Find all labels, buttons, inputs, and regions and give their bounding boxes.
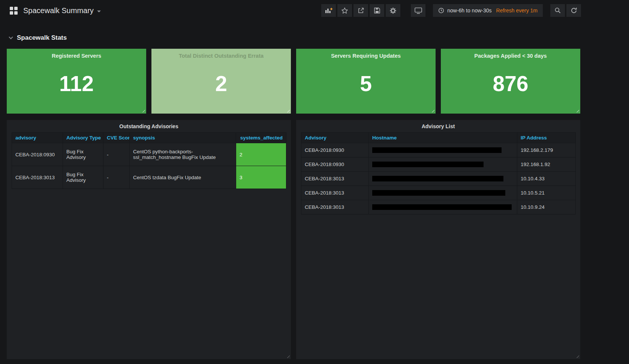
advisory-list-table: Advisory Hostname IP Address CEBA-2018:0…	[301, 132, 576, 214]
magnifier-icon	[554, 7, 561, 14]
share-button[interactable]	[353, 4, 368, 17]
table-row: CEBA-2018:0930 Bug Fix Advisory - CentOS…	[12, 143, 286, 166]
cell-advisory-type: Bug Fix Advisory	[63, 166, 103, 189]
cell-hostname	[369, 200, 517, 214]
stat-panel-outstanding-errata: Total Distinct Outstanding Errata 2	[151, 49, 291, 114]
table-row: CEBA-2018:0930 192.168.1.92	[301, 157, 576, 172]
star-icon	[341, 7, 348, 14]
redacted-hostname-bar	[372, 147, 502, 153]
dashboard-row-toggle[interactable]: Spacewalk Stats	[9, 34, 67, 42]
page-title: Spacewalk Summary	[23, 6, 94, 15]
panel-outstanding-advisories: Outstanding Advisories advisory Advisory…	[7, 120, 291, 359]
cell-systems-affected: 3	[236, 166, 286, 189]
cell-hostname	[369, 157, 517, 172]
cell-ip-address: 10.10.4.33	[517, 172, 576, 186]
settings-button[interactable]	[386, 4, 400, 17]
caret-down-icon	[97, 10, 101, 12]
dashboard-grid-logo-icon[interactable]	[10, 7, 18, 15]
redacted-hostname-bar	[372, 204, 512, 210]
bar-chart-plus-icon	[325, 7, 332, 13]
resize-handle[interactable]	[575, 354, 579, 358]
circular-arrow-icon	[571, 7, 577, 14]
stat-panel-title[interactable]: Packages Applied < 30 days	[441, 53, 580, 59]
stat-panel-servers-requiring-updates: Servers Requiring Updates 5	[296, 49, 436, 114]
cell-hostname	[369, 186, 517, 200]
monitor-icon	[415, 7, 422, 14]
cell-advisory: CEBA-2018:3013	[12, 166, 63, 189]
redacted-hostname-bar	[372, 190, 505, 196]
table-row: CEBA-2018:0930 192.168.2.179	[301, 143, 576, 157]
table-row: CEBA-2018:3013 10.10.4.33	[301, 172, 576, 186]
cell-systems-affected: 2	[236, 143, 286, 166]
save-button[interactable]	[370, 4, 384, 17]
cell-advisory: CEBA-2018:3013	[301, 186, 369, 200]
table-header-row: Advisory Hostname IP Address	[301, 133, 576, 143]
stat-panel-title[interactable]: Registered Servers	[7, 53, 146, 59]
stat-panel-packages-applied: Packages Applied < 30 days 876	[441, 49, 580, 114]
stat-panel-registered-servers: Registered Servers 112	[7, 49, 146, 114]
clock-icon	[438, 7, 444, 13]
cell-advisory: CEBA-2018:3013	[301, 172, 369, 186]
table-header-row: advisory Advisory Type CVE Score synopsi…	[12, 133, 286, 143]
column-header-cve-score[interactable]: CVE Score	[103, 133, 130, 143]
chevron-down-icon	[9, 35, 13, 39]
stat-value: 876	[441, 59, 580, 114]
cell-ip-address: 10.10.5.21	[517, 186, 576, 200]
stat-panel-title[interactable]: Total Distinct Outstanding Errata	[151, 53, 291, 59]
navbar: Spacewalk Summary	[0, 0, 629, 21]
tv-mode-button[interactable]	[411, 4, 425, 17]
panel-title[interactable]: Outstanding Advisories	[7, 120, 291, 132]
resize-handle[interactable]	[286, 354, 290, 358]
panel-title[interactable]: Advisory List	[296, 120, 580, 132]
redacted-hostname-bar	[372, 162, 484, 167]
time-range-label: now-6h to now-30s	[447, 7, 491, 13]
cell-hostname	[369, 172, 517, 186]
cell-synopsis: CentOS tzdata BugFix Update	[130, 166, 236, 189]
cell-advisory: CEBA-2018:3013	[301, 200, 369, 214]
cell-advisory: CEBA-2018:0930	[301, 143, 369, 157]
floppy-disk-icon	[374, 7, 380, 14]
cell-ip-address: 192.168.1.92	[517, 157, 576, 172]
share-icon	[358, 7, 364, 14]
stat-value: 2	[151, 59, 291, 114]
outstanding-advisories-table: advisory Advisory Type CVE Score synopsi…	[12, 132, 286, 189]
column-header-ip-address[interactable]: IP Address	[517, 133, 576, 143]
stat-value: 112	[7, 59, 146, 114]
column-header-advisory[interactable]: Advisory	[301, 133, 369, 143]
cell-advisory: CEBA-2018:0930	[12, 143, 63, 166]
panel-advisory-list: Advisory List Advisory Hostname IP Addre…	[296, 120, 580, 359]
column-header-advisory[interactable]: advisory	[12, 133, 63, 143]
cell-ip-address: 10.10.9.24	[517, 200, 576, 214]
dashboard-title-dropdown[interactable]: Spacewalk Summary	[23, 6, 101, 15]
table-row: CEBA-2018:3013 10.10.5.21	[301, 186, 576, 200]
cell-advisory-type: Bug Fix Advisory	[63, 143, 103, 166]
time-range-button[interactable]: now-6h to now-30s Refresh every 1m	[433, 4, 543, 17]
stat-value: 5	[296, 59, 436, 114]
add-panel-button[interactable]	[321, 4, 336, 17]
gear-icon	[389, 7, 397, 14]
star-button[interactable]	[337, 4, 352, 17]
refresh-button[interactable]	[566, 4, 581, 17]
refresh-interval-label: Refresh every 1m	[496, 7, 538, 13]
column-header-systems-affected[interactable]: systems_affected	[236, 133, 286, 143]
column-header-advisory-type[interactable]: Advisory Type	[63, 133, 103, 143]
table-row: CEBA-2018:3013 Bug Fix Advisory - CentOS…	[12, 166, 286, 189]
row-title: Spacewalk Stats	[17, 34, 67, 42]
redacted-hostname-bar	[372, 176, 503, 181]
cell-advisory: CEBA-2018:0930	[301, 157, 369, 172]
table-row: CEBA-2018:3013 10.10.9.24	[301, 200, 576, 214]
zoom-out-button[interactable]	[550, 4, 565, 17]
cell-synopsis: CentOS python-backports-ssl_match_hostna…	[130, 143, 236, 166]
cell-cve-score: -	[103, 166, 130, 189]
cell-hostname	[369, 143, 517, 157]
column-header-hostname[interactable]: Hostname	[369, 133, 517, 143]
cell-ip-address: 192.168.2.179	[517, 143, 576, 157]
column-header-synopsis[interactable]: synopsis	[130, 133, 236, 143]
stat-panel-title[interactable]: Servers Requiring Updates	[296, 53, 436, 59]
cell-cve-score: -	[103, 143, 130, 166]
